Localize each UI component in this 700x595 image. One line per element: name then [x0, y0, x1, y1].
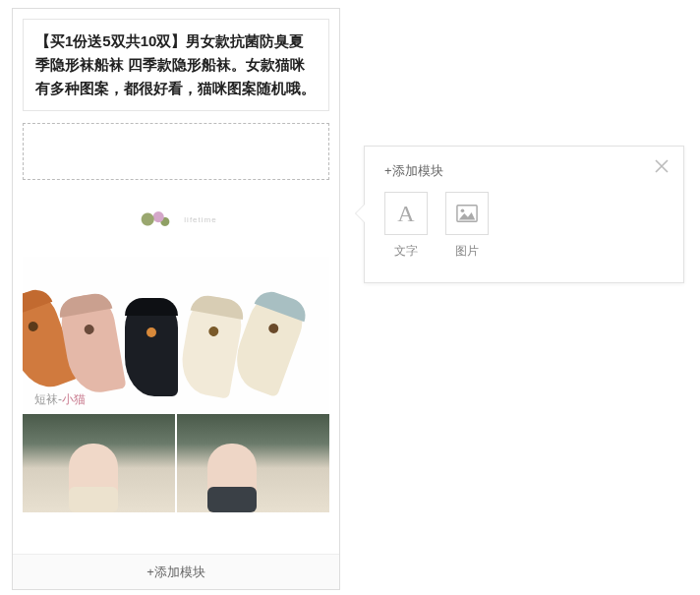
product-caption: 短袜-小猫	[34, 391, 86, 408]
empty-module-placeholder[interactable]	[23, 123, 329, 180]
tile-label: 文字	[394, 243, 418, 260]
image-icon	[445, 192, 489, 235]
tile-label: 图片	[455, 243, 479, 260]
add-module-popover: +添加模块 A 文字 图片	[364, 146, 684, 283]
model-photo-row	[23, 414, 329, 512]
add-module-footer-button[interactable]: +添加模块	[13, 554, 339, 589]
sock-black	[125, 298, 178, 396]
sock-lineup-image: 短袜-小猫	[23, 257, 329, 414]
close-icon	[655, 159, 669, 173]
sock-beige	[227, 287, 311, 397]
editor-panel: 【买1份送5双共10双】男女款抗菌防臭夏季隐形袜船袜 四季款隐形船袜。女款猫咪有…	[12, 8, 340, 590]
popover-arrow	[355, 204, 365, 223]
text-icon: A	[384, 192, 428, 235]
popover-close-button[interactable]	[652, 156, 671, 176]
flower-icon	[135, 208, 178, 231]
text-content-block[interactable]: 【买1份送5双共10双】男女款抗菌防臭夏季隐形袜船袜 四季款隐形船袜。女款猫咪有…	[23, 19, 329, 111]
popover-title: +添加模块	[384, 162, 664, 180]
product-images-block[interactable]: 短袜-小猫	[23, 257, 329, 512]
module-tile-row: A 文字 图片	[384, 192, 664, 260]
model-photo-left	[23, 414, 175, 512]
editor-scroll-area[interactable]: 【买1份送5双共10双】男女款抗菌防臭夏季隐形袜船袜 四季款隐形船袜。女款猫咪有…	[13, 9, 339, 554]
svg-point-1	[461, 208, 465, 212]
model-photo-right	[177, 414, 329, 512]
decorative-divider-image: lifetime	[23, 196, 329, 243]
add-text-module-tile[interactable]: A 文字	[384, 192, 428, 260]
add-image-module-tile[interactable]: 图片	[445, 192, 489, 260]
divider-small-text: lifetime	[184, 215, 216, 224]
sock-cream	[176, 293, 246, 399]
